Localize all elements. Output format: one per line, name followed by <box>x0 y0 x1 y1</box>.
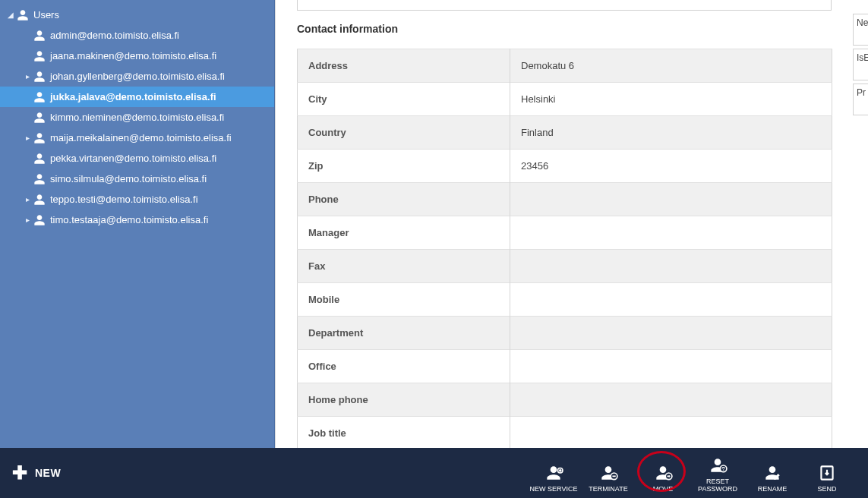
field-value <box>510 317 832 350</box>
field-value <box>510 283 832 317</box>
field-label: Fax <box>298 250 510 283</box>
sidebar-item-user[interactable]: jukka.jalava@demo.toimisto.elisa.fi <box>0 87 274 107</box>
sidebar-item-user[interactable]: kimmo.nieminen@demo.toimisto.elisa.fi <box>0 107 274 128</box>
table-row: AddressDemokatu 6 <box>298 49 832 83</box>
sidebar-item-label: maija.meikalainen@demo.toimisto.elisa.fi <box>50 132 232 143</box>
new-button[interactable]: ✚ NEW <box>12 464 61 482</box>
sidebar-item-label: timo.testaaja@demo.toimisto.elisa.fi <box>50 214 208 225</box>
field-value: 23456 <box>510 150 832 183</box>
table-row: Job title <box>298 417 832 449</box>
footer-bar: ✚ NEW NEW SERVICETERMINATEMOVERESET PASS… <box>0 448 868 498</box>
table-row: Department <box>298 317 832 350</box>
sidebar-item-user[interactable]: jaana.makinen@demo.toimisto.elisa.fi <box>0 46 274 66</box>
table-row: Zip23456 <box>298 150 832 183</box>
user-icon <box>33 71 46 83</box>
table-row: Phone <box>298 183 832 216</box>
sidebar-item-user[interactable]: ▸johan.gyllenberg@demo.toimisto.elisa.fi <box>0 66 274 87</box>
user-icon <box>33 214 46 226</box>
right-panel-item[interactable]: Pr <box>853 84 868 115</box>
field-label: Department <box>298 317 510 350</box>
sidebar-item-label: teppo.testi@demo.toimisto.elisa.fi <box>50 194 198 205</box>
right-panel-item[interactable]: Ne <box>853 14 868 46</box>
svg-rect-2 <box>612 476 615 478</box>
user-icon <box>33 30 46 42</box>
chevron-right-icon: ▸ <box>23 72 32 80</box>
field-label: Office <box>298 350 510 383</box>
user-icon <box>33 50 46 62</box>
chevron-right-icon: ▸ <box>23 216 32 224</box>
new-button-label: NEW <box>35 467 61 479</box>
sidebar: ◢ Users admin@demo.toimisto.elisa.fijaan… <box>0 0 275 448</box>
chevron-right-icon: ▸ <box>23 195 32 203</box>
table-row: Home phone <box>298 383 832 417</box>
rename-button[interactable]: RENAME <box>748 452 797 493</box>
field-label: Manager <box>298 216 510 250</box>
sidebar-item-label: jukka.jalava@demo.toimisto.elisa.fi <box>50 91 216 102</box>
tree-root-label: Users <box>33 9 59 20</box>
user-icon <box>17 9 29 21</box>
move-button[interactable]: MOVE <box>639 452 687 493</box>
right-panel-item[interactable]: IsE <box>853 49 868 80</box>
reset-password-button[interactable]: RESET PASSWORD <box>693 452 742 493</box>
field-label: Phone <box>298 183 510 216</box>
table-row: CityHelsinki <box>298 83 832 116</box>
user-icon <box>33 112 46 124</box>
field-value <box>510 350 832 383</box>
sidebar-item-label: simo.silmula@demo.toimisto.elisa.fi <box>50 173 207 184</box>
field-label: Country <box>298 116 510 150</box>
rename-icon <box>762 463 782 483</box>
user-icon <box>33 173 46 185</box>
field-label: Address <box>298 49 510 83</box>
terminate-button[interactable]: TERMINATE <box>584 452 633 493</box>
tree-root-users[interactable]: ◢ Users <box>0 5 274 25</box>
user-icon <box>33 194 46 206</box>
send-button[interactable]: SEND <box>803 452 851 493</box>
sidebar-item-user[interactable]: admin@demo.toimisto.elisa.fi <box>0 25 274 46</box>
field-label: Zip <box>298 150 510 183</box>
plus-icon: ✚ <box>12 464 27 482</box>
field-value: Finland <box>510 116 832 150</box>
reset-password-icon <box>708 455 728 475</box>
field-value <box>510 250 832 283</box>
field-label: City <box>298 83 510 116</box>
table-row: Office <box>298 350 832 383</box>
move-icon <box>653 463 673 483</box>
new-service-icon <box>544 463 563 483</box>
table-row: CountryFinland <box>298 116 832 150</box>
field-label: Mobile <box>298 283 510 317</box>
sidebar-item-label: admin@demo.toimisto.elisa.fi <box>50 30 179 41</box>
sidebar-item-label: johan.gyllenberg@demo.toimisto.elisa.fi <box>50 71 225 82</box>
action-label: SEND <box>817 486 836 493</box>
user-tree: ◢ Users admin@demo.toimisto.elisa.fijaan… <box>0 0 274 230</box>
action-label: MOVE <box>653 486 674 493</box>
svg-point-4 <box>720 465 727 472</box>
action-label: RENAME <box>758 486 788 493</box>
footer-actions: NEW SERVICETERMINATEMOVERESET PASSWORDRE… <box>529 452 856 493</box>
contact-info-table: AddressDemokatu 6CityHelsinkiCountryFinl… <box>297 49 832 448</box>
sidebar-item-user[interactable]: pekka.virtanen@demo.toimisto.elisa.fi <box>0 148 274 169</box>
field-value: Helsinki <box>510 83 832 116</box>
chevron-down-icon: ◢ <box>6 11 15 19</box>
field-value <box>510 383 832 417</box>
prev-section-bottom <box>297 0 832 11</box>
sidebar-item-user[interactable]: ▸teppo.testi@demo.toimisto.elisa.fi <box>0 189 274 210</box>
user-icon <box>33 132 46 144</box>
field-value: Demokatu 6 <box>510 49 832 83</box>
sidebar-item-label: jaana.makinen@demo.toimisto.elisa.fi <box>50 50 216 61</box>
table-row: Fax <box>298 250 832 283</box>
sidebar-item-label: kimmo.nieminen@demo.toimisto.elisa.fi <box>50 112 224 123</box>
sidebar-item-label: pekka.virtanen@demo.toimisto.elisa.fi <box>50 153 216 164</box>
new-service-button[interactable]: NEW SERVICE <box>529 452 578 493</box>
content-pane: Contact information AddressDemokatu 6Cit… <box>275 0 868 448</box>
field-value <box>510 183 832 216</box>
send-icon <box>817 463 837 483</box>
action-label: NEW SERVICE <box>530 486 578 493</box>
action-label: TERMINATE <box>589 486 627 493</box>
field-value <box>510 417 832 449</box>
section-title-contact: Contact information <box>297 23 853 35</box>
user-icon <box>33 153 46 165</box>
terminate-icon <box>598 463 618 483</box>
sidebar-item-user[interactable]: simo.silmula@demo.toimisto.elisa.fi <box>0 169 274 189</box>
sidebar-item-user[interactable]: ▸timo.testaaja@demo.toimisto.elisa.fi <box>0 210 274 230</box>
sidebar-item-user[interactable]: ▸maija.meikalainen@demo.toimisto.elisa.f… <box>0 128 274 148</box>
